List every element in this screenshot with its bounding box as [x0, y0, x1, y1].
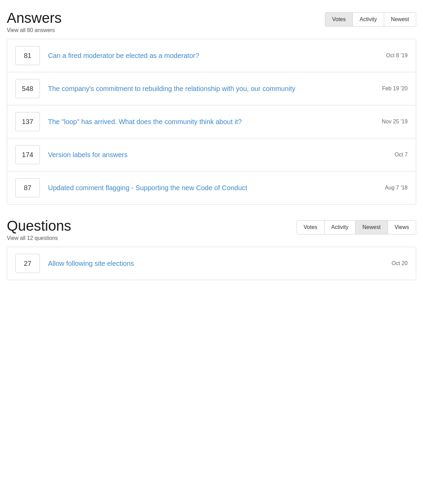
question-vote-count-1: 27	[15, 254, 40, 273]
questions-tab-newest[interactable]: Newest	[356, 220, 388, 234]
answers-title-group: Answers View all 80 answers	[7, 10, 62, 33]
answer-item-3: 137 The "loop" has arrived. What does th…	[7, 105, 416, 138]
answers-header: Answers View all 80 answers Votes Activi…	[7, 10, 416, 33]
answers-title: Answers	[7, 10, 62, 26]
vote-count-3: 137	[15, 112, 40, 131]
question-item-1: 27 Allow following site elections Oct 20	[7, 247, 416, 280]
answer-title-4[interactable]: Version labels for answers	[48, 150, 387, 159]
answers-section: Answers View all 80 answers Votes Activi…	[7, 10, 416, 204]
questions-list: 27 Allow following site elections Oct 20	[7, 247, 416, 280]
question-title-1[interactable]: Allow following site elections	[48, 259, 383, 268]
vote-count-1: 81	[15, 46, 40, 65]
questions-title-group: Questions View all 12 questions	[7, 218, 71, 241]
answers-tab-activity[interactable]: Activity	[353, 13, 384, 26]
vote-count-5: 87	[15, 178, 40, 197]
answer-title-5[interactable]: Updated comment flagging - Supporting th…	[48, 183, 377, 193]
questions-tab-votes[interactable]: Votes	[297, 220, 325, 234]
answer-date-1: Oct 8 '19	[386, 52, 408, 59]
answers-list: 81 Can a fired moderator be elected as a…	[7, 39, 416, 204]
answer-item-4: 174 Version labels for answers Oct 7	[7, 138, 416, 171]
vote-count-4: 174	[15, 145, 40, 164]
answer-item-1: 81 Can a fired moderator be elected as a…	[7, 39, 416, 72]
answer-item-5: 87 Updated comment flagging - Supporting…	[7, 171, 416, 204]
answer-title-2[interactable]: The company's commitment to rebuilding t…	[48, 84, 374, 93]
questions-subtitle: View all 12 questions	[7, 235, 71, 241]
answer-date-2: Feb 19 '20	[382, 86, 408, 92]
vote-count-2: 548	[15, 79, 40, 98]
answer-title-1[interactable]: Can a fired moderator be elected as a mo…	[48, 51, 378, 60]
answer-title-3[interactable]: The "loop" has arrived. What does the co…	[48, 117, 374, 126]
answers-tab-newest[interactable]: Newest	[384, 13, 416, 26]
questions-section: Questions View all 12 questions Votes Ac…	[7, 218, 416, 280]
questions-tab-activity[interactable]: Activity	[325, 220, 356, 234]
questions-title: Questions	[7, 218, 71, 234]
answer-date-5: Aug 7 '18	[385, 185, 408, 191]
answers-tab-votes[interactable]: Votes	[325, 13, 353, 26]
answer-date-3: Nov 25 '19	[382, 119, 408, 125]
answers-tab-group: Votes Activity Newest	[325, 12, 416, 27]
answers-subtitle: View all 80 answers	[7, 27, 62, 33]
questions-header: Questions View all 12 questions Votes Ac…	[7, 218, 416, 241]
questions-tab-group: Votes Activity Newest Views	[297, 220, 416, 234]
questions-tab-views[interactable]: Views	[388, 220, 416, 234]
question-date-1: Oct 20	[392, 260, 408, 266]
answer-item-2: 548 The company's commitment to rebuildi…	[7, 72, 416, 105]
answer-date-4: Oct 7	[395, 152, 408, 158]
